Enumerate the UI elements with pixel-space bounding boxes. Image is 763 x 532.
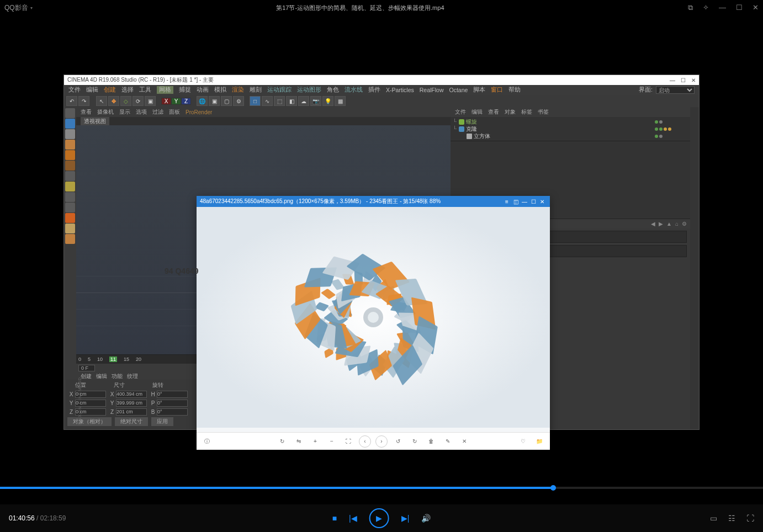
prev-track-icon[interactable]: |◀ [349,514,357,523]
menu-help[interactable]: 帮助 [508,86,521,94]
fullscreen-icon[interactable]: ⛶ [746,514,754,523]
minimize-icon[interactable]: — [719,3,726,12]
progress-bar[interactable] [0,487,763,489]
iv-prev-icon[interactable]: ‹ [359,435,371,448]
object-manager[interactable]: └螺旋 └克隆 立方体 [451,117,690,141]
iv-edit-icon[interactable]: ✎ [442,435,454,448]
vp-menu-panel[interactable]: 面板 [169,108,180,116]
lt-s-icon[interactable] [65,203,75,212]
iv-minimize-icon[interactable]: — [520,199,529,205]
obj-menu-edit[interactable]: 编辑 [471,108,483,116]
maximize-icon[interactable]: ☐ [736,3,743,12]
vp-menu-display[interactable]: 显示 [119,108,130,116]
playlist-icon[interactable]: ☷ [728,514,735,523]
play-icon[interactable]: ▶ [369,508,389,528]
camera-icon[interactable]: 📷 [310,96,321,106]
vp-menu-prorender[interactable]: ProRender [186,109,212,115]
attr-home-icon[interactable]: ⌂ [675,221,679,227]
menu-track[interactable]: 运动跟踪 [267,86,292,94]
env-icon[interactable]: ☁ [298,96,309,106]
last-tool-icon[interactable]: ▣ [145,96,156,106]
undo-icon[interactable]: ↶ [66,96,77,106]
world-icon[interactable]: 🌐 [197,96,208,106]
redo-icon[interactable]: ↷ [78,96,89,106]
scale-icon[interactable]: ◇ [120,96,131,106]
coords-mode[interactable]: 对象（相对） [67,417,112,426]
size-y[interactable] [116,400,147,407]
iv-restore-icon[interactable]: ◫ [511,199,520,205]
lt-weight-icon[interactable] [65,213,75,223]
render-icon[interactable]: ▣ [209,96,220,106]
lt-axis-icon[interactable] [65,171,75,181]
menu-create[interactable]: 创建 [104,86,116,94]
menu-tools[interactable]: 工具 [139,86,151,94]
lt-model-icon[interactable] [65,119,75,129]
iv-heart-icon[interactable]: ♡ [517,435,529,448]
size-z[interactable] [116,408,147,416]
iv-rotate-icon[interactable]: ↻ [276,435,288,448]
right-strip[interactable] [690,107,699,429]
menu-render[interactable]: 渲染 [232,86,244,94]
stop-icon[interactable]: ■ [332,514,337,523]
pip-icon[interactable]: ⧉ [688,3,693,12]
lt-poly-icon[interactable] [65,161,75,171]
iv-zoomout-icon[interactable]: − [326,435,338,448]
spline-icon[interactable]: ∿ [262,96,273,106]
select-icon[interactable]: ↖ [96,96,107,106]
close-icon[interactable]: ✕ [753,3,759,12]
menu-plugins[interactable]: 插件 [368,86,380,94]
light-icon[interactable]: 💡 [322,96,333,106]
menu-anim[interactable]: 动画 [197,86,209,94]
iv-next-icon[interactable]: › [375,435,388,448]
tl-start[interactable]: 0 F [78,365,95,371]
c4d-maximize-icon[interactable]: ☐ [681,77,686,83]
pin-icon[interactable]: ✧ [703,3,709,12]
image-viewer-titlebar[interactable]: 48a67023442285.5650a4f3bdc65.png（1200×67… [197,196,550,207]
next-track-icon[interactable]: ▶| [401,514,410,523]
lt-uv-icon[interactable] [65,224,75,233]
app-name[interactable]: QQ影音 [4,3,28,13]
menu-edit[interactable]: 编辑 [86,86,98,94]
attr-up-icon[interactable]: ▲ [666,221,672,227]
rot-p[interactable] [157,400,188,407]
iv-zoomin-icon[interactable]: + [309,435,321,448]
menu-file[interactable]: 文件 [68,86,81,94]
rotate-icon[interactable]: ⟳ [133,96,144,106]
viewport-tab-perspective[interactable]: 透视视图 [81,117,109,126]
deformer-icon[interactable]: ◧ [286,96,297,106]
iv-redo-icon[interactable]: ↻ [409,435,421,448]
obj-menu-view[interactable]: 查看 [488,108,499,116]
vp-menu-view[interactable]: 查看 [81,108,92,116]
menu-select[interactable]: 选择 [121,86,134,94]
attr-gear-icon[interactable]: ⚙ [682,221,687,227]
attr-prev-icon[interactable]: ◀ [651,221,655,227]
menu-pipe[interactable]: 流水线 [345,86,363,94]
coords-size-mode[interactable]: 绝对尺寸 [115,417,148,426]
c4d-close-icon[interactable]: ✕ [691,77,696,83]
rot-b[interactable] [157,408,188,416]
menu-xp[interactable]: X-Particles [386,87,414,93]
obj-menu-bk[interactable]: 书签 [538,108,549,116]
obj-menu-obj[interactable]: 对象 [505,108,516,116]
render-region-icon[interactable]: ▢ [221,96,232,106]
obj-menu-file[interactable]: 文件 [455,108,466,116]
iv-undo-icon[interactable]: ↺ [392,435,404,448]
axis-lock[interactable]: X Y Z [161,98,191,105]
vp-menu-camera[interactable]: 摄像机 [97,108,114,116]
menu-rf[interactable]: RealFlow [420,87,444,93]
lt-snap-icon[interactable] [65,182,75,191]
size-x[interactable] [116,391,147,398]
layout-select[interactable]: 启动 [656,86,695,94]
coords-apply[interactable]: 应用 [151,417,173,426]
iv-flip-icon[interactable]: ⇋ [293,435,305,448]
lt-edge-icon[interactable] [65,150,75,160]
render-settings-icon[interactable]: ⚙ [233,96,244,106]
subtitle-icon[interactable]: ▭ [710,514,717,523]
lt-editable-icon[interactable] [65,108,75,118]
iv-folder-icon[interactable]: 📁 [533,435,545,448]
vp-menu-options[interactable]: 选项 [136,108,147,116]
image-viewer-canvas[interactable] [197,207,550,432]
primitive-icon[interactable]: □ [250,96,261,106]
menu-sim[interactable]: 模拟 [214,86,226,94]
obj-menu-tag[interactable]: 标签 [521,108,532,116]
